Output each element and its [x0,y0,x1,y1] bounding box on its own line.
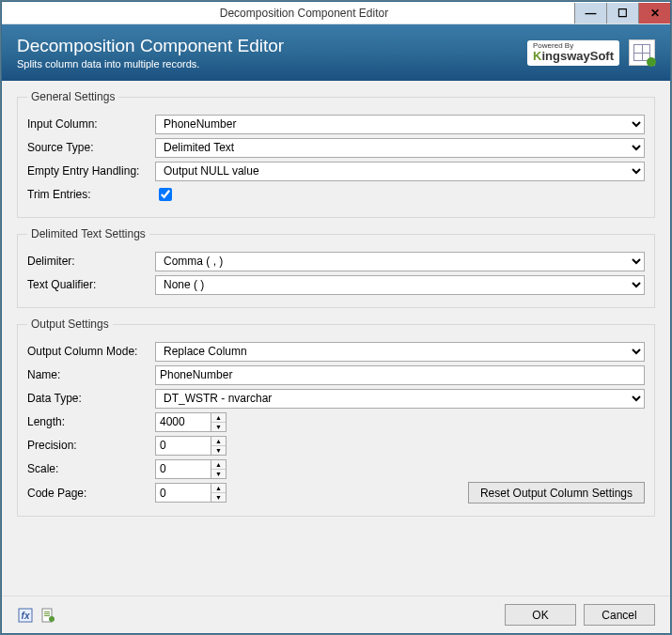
svg-rect-5 [44,615,50,616]
delimited-text-group: Delimited Text Settings Delimiter: Comma… [17,227,655,308]
documentation-icon[interactable] [39,607,56,624]
text-qualifier-label: Text Qualifier: [27,278,155,291]
window-title: Decomposition Component Editor [34,7,574,20]
svg-rect-4 [44,613,50,614]
titlebar: Decomposition Component Editor — ☐ ✕ [2,2,670,24]
length-label: Length: [27,415,155,428]
delimited-legend: Delimited Text Settings [27,227,149,240]
source-type-label: Source Type: [27,141,155,154]
maximize-button[interactable]: ☐ [606,3,638,23]
precision-spinner[interactable]: ▲▼ [211,436,227,456]
svg-text:fx: fx [22,611,30,621]
svg-rect-3 [44,612,50,612]
output-settings-group: Output Settings Output Column Mode: Repl… [17,318,655,517]
spinner-down-icon[interactable]: ▼ [211,423,226,431]
window: Decomposition Component Editor — ☐ ✕ Dec… [1,1,671,634]
editor-body: General Settings Input Column: PhoneNumb… [2,81,670,596]
name-input[interactable] [155,365,645,385]
codepage-label: Code Page: [27,487,155,500]
source-type-select[interactable]: Delimited Text [155,138,645,158]
name-label: Name: [27,368,155,381]
svg-point-6 [49,616,55,622]
general-legend: General Settings [27,90,118,103]
spinner-up-icon[interactable]: ▲ [211,460,226,470]
spinner-up-icon[interactable]: ▲ [211,413,226,423]
empty-entry-label: Empty Entry Handling: [27,164,155,178]
scale-input[interactable] [155,459,211,479]
footer: fx OK Cancel [2,596,670,633]
length-input[interactable] [155,412,211,432]
ok-button[interactable]: OK [505,604,576,626]
output-mode-select[interactable]: Replace Column [155,342,645,362]
expression-icon[interactable]: fx [17,607,34,624]
reset-output-button[interactable]: Reset Output Column Settings [468,482,645,503]
spinner-up-icon[interactable]: ▲ [211,484,226,493]
header-banner: Decomposition Component Editor Splits co… [2,24,670,81]
minimize-button[interactable]: — [574,3,606,23]
general-settings-group: General Settings Input Column: PhoneNumb… [17,90,655,218]
codepage-input[interactable] [155,483,211,503]
length-spinner[interactable]: ▲▼ [211,412,227,432]
output-legend: Output Settings [27,318,113,331]
datatype-select[interactable]: DT_WSTR - nvarchar [155,389,645,409]
datatype-label: Data Type: [27,392,155,405]
input-column-select[interactable]: PhoneNumber [155,115,645,134]
empty-entry-select[interactable]: Output NULL value [155,162,645,181]
spinner-down-icon[interactable]: ▼ [211,446,226,455]
component-icon [629,39,655,66]
spinner-down-icon[interactable]: ▼ [211,470,226,478]
close-button[interactable]: ✕ [638,3,670,23]
spinner-up-icon[interactable]: ▲ [211,437,226,446]
precision-input[interactable] [155,436,211,456]
header-subtitle: Splits column data into multiple records… [17,58,284,70]
text-qualifier-select[interactable]: None ( ) [155,275,645,295]
trim-entries-checkbox[interactable] [159,188,172,201]
codepage-spinner[interactable]: ▲▼ [211,483,227,503]
delimiter-select[interactable]: Comma ( , ) [155,252,645,271]
scale-label: Scale: [27,462,155,475]
trim-entries-label: Trim Entries: [27,188,155,201]
cancel-button[interactable]: Cancel [584,604,655,626]
scale-spinner[interactable]: ▲▼ [211,459,227,479]
precision-label: Precision: [27,439,155,452]
output-mode-label: Output Column Mode: [27,345,155,358]
kingswaysoft-logo: Powered By KingswaySoft [527,40,619,66]
spinner-down-icon[interactable]: ▼ [211,493,226,502]
delimiter-label: Delimiter: [27,255,155,268]
header-title: Decomposition Component Editor [17,36,284,56]
input-column-label: Input Column: [27,117,155,131]
